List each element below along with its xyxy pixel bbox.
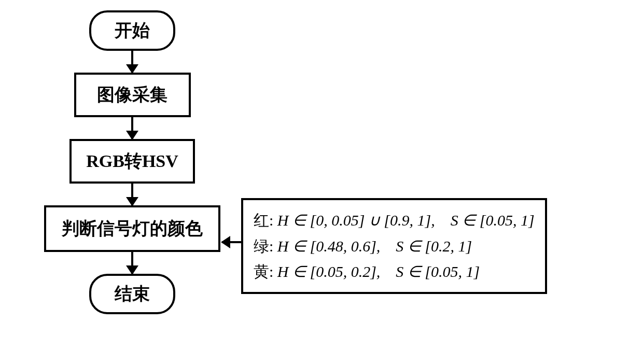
terminal-start: 开始 [89,10,175,51]
flowchart-column: 开始 图像采集 RGB转HSV 判断信号灯的颜色 结束 [44,10,220,314]
arrow-down-icon [131,51,133,73]
criteria-red-h: H ∈ [0, 0.05] ∪ [0.9, 1], [277,212,435,229]
arrow-down-icon [131,184,133,205]
criteria-red-s: S ∈ [0.05, 1] [451,212,535,229]
criteria-green-h: H ∈ [0.48, 0.6], [277,237,381,255]
arrow-down-icon [131,252,133,274]
criteria-green-label: 绿: [254,237,273,255]
criteria-yellow-h: H ∈ [0.05, 0.2], [277,263,381,280]
process-image-capture: 图像采集 [74,73,191,117]
criteria-yellow: 黄: H ∈ [0.05, 0.2], S ∈ [0.05, 1] [254,259,535,285]
criteria-red: 红: H ∈ [0, 0.05] ∪ [0.9, 1], S ∈ [0.05, … [254,207,535,233]
terminal-end: 结束 [89,274,175,314]
criteria-green-s: S ∈ [0.2, 1] [396,237,472,255]
arrow-left-icon [222,241,242,243]
criteria-red-label: 红: [254,212,273,229]
process-judge-color: 判断信号灯的颜色 [44,205,220,252]
criteria-yellow-s: S ∈ [0.05, 1] [396,263,480,280]
criteria-green: 绿: H ∈ [0.48, 0.6], S ∈ [0.2, 1] [254,233,535,259]
criteria-yellow-label: 黄: [254,263,273,280]
arrow-down-icon [131,117,133,139]
criteria-box: 红: H ∈ [0, 0.05] ∪ [0.9, 1], S ∈ [0.05, … [241,198,547,294]
process-rgb-to-hsv: RGB转HSV [69,139,195,184]
